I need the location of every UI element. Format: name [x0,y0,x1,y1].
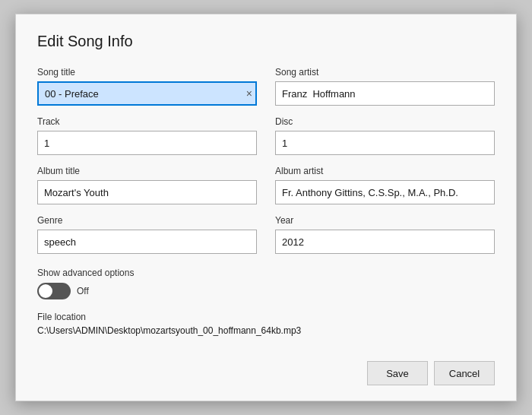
year-input[interactable] [275,230,495,254]
disc-input-wrapper [275,131,495,155]
track-input[interactable] [37,131,257,155]
save-button[interactable]: Save [367,361,428,385]
album-title-group: Album title [37,166,257,204]
advanced-options-label: Show advanced options [37,268,495,278]
advanced-options-section: Show advanced options Off [37,268,495,299]
toggle-row: Off [37,283,495,299]
file-location-value: C:\Users\ADMIN\Desktop\mozartsyouth_00_h… [37,325,495,336]
file-location-section: File location C:\Users\ADMIN\Desktop\moz… [37,312,495,336]
disc-label: Disc [275,116,495,127]
album-title-input-wrapper [37,180,257,204]
file-location-label: File location [37,312,495,322]
genre-group: Genre [37,215,257,254]
year-input-wrapper [275,230,495,254]
song-artist-group: Song artist [275,67,495,106]
album-artist-input-wrapper [275,180,495,204]
dialog-footer: Save Cancel [37,353,495,385]
song-artist-label: Song artist [275,67,495,78]
genre-label: Genre [37,215,257,226]
album-artist-input[interactable] [275,180,495,204]
album-artist-group: Album artist [275,166,495,204]
song-title-group: Song title × [37,67,257,106]
dialog-title: Edit Song Info [37,33,495,50]
form-grid: Song title × Song artist Track Disc [37,67,495,265]
album-title-label: Album title [37,166,257,176]
album-title-input[interactable] [37,180,257,204]
album-artist-label: Album artist [275,166,495,176]
genre-input-wrapper [37,230,257,254]
edit-song-info-dialog: Edit Song Info Song title × Song artist … [15,14,517,401]
track-input-wrapper [37,131,257,155]
song-title-clear-button[interactable]: × [246,88,252,99]
song-artist-input-wrapper [275,81,495,106]
year-group: Year [275,215,495,254]
song-title-input-wrapper: × [37,81,257,106]
toggle-knob [39,284,52,298]
cancel-button[interactable]: Cancel [434,361,495,385]
advanced-options-toggle[interactable] [37,283,71,299]
disc-input[interactable] [275,131,495,155]
song-artist-input[interactable] [275,81,495,106]
toggle-state-label: Off [77,286,89,296]
track-group: Track [37,116,257,155]
track-label: Track [37,116,257,127]
genre-input[interactable] [37,230,257,254]
year-label: Year [275,215,495,226]
song-title-label: Song title [37,67,257,78]
song-title-input[interactable] [37,81,257,106]
disc-group: Disc [275,116,495,155]
